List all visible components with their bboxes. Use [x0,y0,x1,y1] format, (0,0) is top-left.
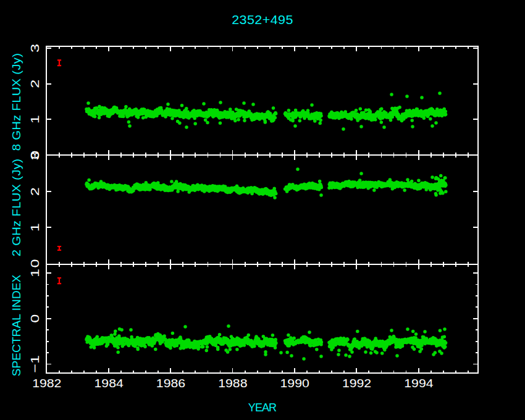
svg-text:1: 1 [28,115,41,124]
svg-text:1990: 1990 [280,377,309,390]
svg-text:0: 0 [28,259,41,267]
svg-text:1986: 1986 [156,377,185,390]
svg-text:YEAR: YEAR [248,401,277,414]
svg-text:1984: 1984 [94,377,123,390]
svg-text:1: 1 [28,223,41,232]
svg-text:1982: 1982 [32,377,61,390]
svg-text:8 GHz FLUX (Jy): 8 GHz FLUX (Jy) [9,53,22,151]
svg-text:1992: 1992 [342,377,371,390]
svg-text:3: 3 [28,44,41,52]
svg-text:2: 2 [28,187,41,196]
svg-text:1: 1 [28,269,41,277]
svg-text:1994: 1994 [404,377,433,390]
svg-text:2 GHz FLUX (Jy): 2 GHz FLUX (Jy) [9,159,22,257]
svg-text:2: 2 [28,80,41,88]
svg-text:SPECTRAL INDEX: SPECTRAL INDEX [10,274,23,376]
svg-text:1988: 1988 [218,377,247,390]
svg-text:−1: −1 [28,355,41,373]
svg-text:0: 0 [28,314,41,323]
svg-text:2352+495: 2352+495 [232,13,293,27]
svg-text:3: 3 [28,151,41,160]
